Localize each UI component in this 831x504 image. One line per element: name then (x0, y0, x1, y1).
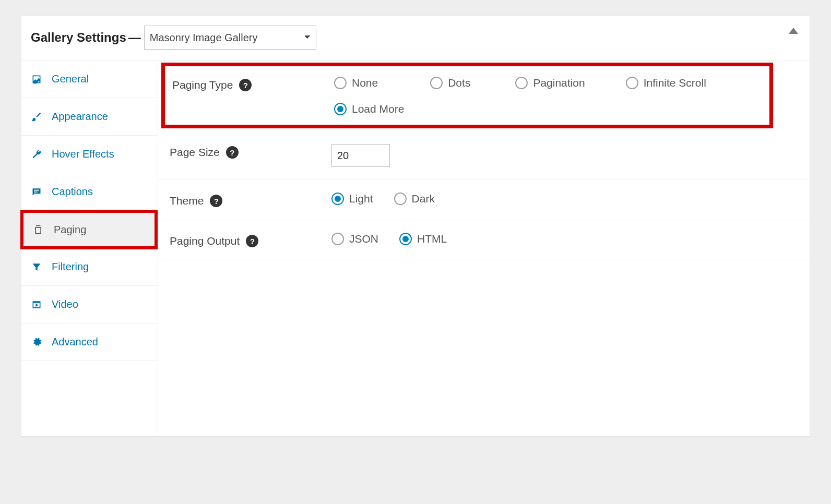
panel-title: Gallery Settings (31, 30, 126, 45)
title-dash: — (128, 30, 141, 45)
help-icon[interactable]: ? (226, 146, 239, 159)
row-label: Page Size ? (170, 144, 331, 159)
settings-content: Paging Type ? None Dots Pagination Infin… (158, 61, 810, 436)
row-paging-output: Paging Output ? JSON HTML (158, 220, 810, 260)
row-label: Paging Output ? (170, 233, 331, 247)
radio-paging-none[interactable]: None (334, 77, 378, 89)
collapse-toggle-icon[interactable] (789, 28, 798, 34)
image-icon (31, 74, 42, 85)
radio-theme-light[interactable]: Light (331, 193, 373, 205)
row-page-size: Page Size ? (158, 131, 810, 180)
theme-options: Light Dark (331, 193, 798, 205)
row-paging-type: Paging Type ? None Dots Pagination Infin… (161, 63, 773, 128)
panel-body: General Appearance Hover Effects Caption… (21, 61, 810, 436)
sidebar-item-label: Hover Effects (52, 148, 114, 160)
row-label: Theme ? (170, 193, 331, 207)
sidebar-item-label: General (52, 73, 89, 85)
sidebar-item-advanced[interactable]: Advanced (21, 323, 158, 361)
panel-header: Gallery Settings — Masonry Image Gallery (21, 16, 810, 61)
help-icon[interactable]: ? (246, 235, 258, 247)
paging-output-options: JSON HTML (331, 233, 798, 245)
pages-icon (33, 224, 44, 235)
sidebar-item-label: Paging (54, 224, 86, 236)
radio-paging-loadmore[interactable]: Load More (334, 103, 762, 115)
sidebar-item-label: Captions (52, 186, 93, 198)
sidebar-item-label: Appearance (52, 111, 108, 123)
radio-paging-infinite[interactable]: Infinite Scroll (626, 77, 706, 89)
wrench-icon (31, 149, 42, 160)
sidebar-item-captions[interactable]: Captions (21, 173, 158, 211)
page-size-controls (331, 144, 798, 167)
help-icon[interactable]: ? (210, 195, 222, 207)
sidebar-item-hover-effects[interactable]: Hover Effects (21, 136, 158, 173)
caption-icon (31, 187, 42, 197)
sidebar-item-filtering[interactable]: Filtering (21, 248, 158, 286)
sidebar-item-appearance[interactable]: Appearance (21, 98, 158, 136)
gear-icon (31, 337, 42, 347)
page-size-input[interactable] (331, 144, 390, 167)
radio-theme-dark[interactable]: Dark (394, 193, 435, 205)
row-theme: Theme ? Light Dark (158, 180, 810, 220)
brush-icon (31, 112, 42, 122)
radio-output-html[interactable]: HTML (399, 233, 447, 245)
gallery-type-select[interactable]: Masonry Image Gallery (144, 26, 316, 50)
sidebar-item-label: Video (52, 298, 78, 310)
sidebar-item-video[interactable]: Video (21, 286, 158, 323)
filter-icon (31, 262, 42, 272)
help-icon[interactable]: ? (239, 79, 252, 91)
sidebar-item-label: Advanced (52, 336, 98, 348)
sidebar-item-paging[interactable]: Paging (20, 210, 158, 249)
sidebar-item-label: Filtering (52, 261, 89, 273)
paging-type-options: None Dots Pagination Infinite Scroll Loa… (334, 77, 762, 115)
radio-paging-pagination[interactable]: Pagination (515, 77, 585, 89)
video-icon (31, 299, 42, 310)
sidebar-item-general[interactable]: General (21, 61, 158, 98)
radio-output-json[interactable]: JSON (331, 233, 378, 245)
radio-paging-dots[interactable]: Dots (430, 77, 470, 89)
settings-sidebar: General Appearance Hover Effects Caption… (21, 61, 158, 436)
gallery-settings-panel: Gallery Settings — Masonry Image Gallery… (21, 16, 810, 437)
row-label: Paging Type ? (172, 77, 334, 91)
